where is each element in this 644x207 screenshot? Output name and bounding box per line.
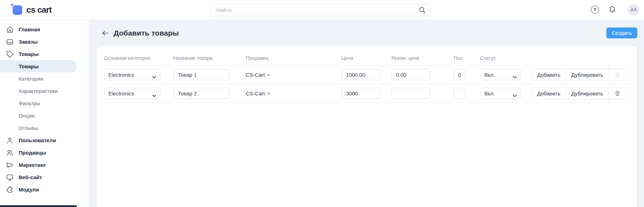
sidebar-item-home[interactable]: Главная: [0, 23, 89, 36]
sidebar-item-products[interactable]: Товары: [0, 48, 89, 60]
vendor-dropdown[interactable]: CS-Cart: [242, 90, 342, 96]
puzzle-icon: [6, 186, 14, 194]
sidebar-item-reviews[interactable]: Отзывы: [0, 122, 89, 134]
add-row-button[interactable]: Добавить: [532, 69, 566, 81]
page-header: Добавить товары Создать: [96, 20, 637, 46]
tag-icon: [6, 50, 14, 58]
col-header-category: Основная категория: [104, 55, 173, 61]
col-header-position: Поз.: [454, 55, 480, 61]
inbox-icon: [6, 38, 14, 46]
notifications-bell-icon[interactable]: [608, 6, 616, 14]
megaphone-icon: [6, 161, 14, 169]
global-search: [210, 4, 431, 16]
divider: [101, 102, 632, 103]
sidebar-item-website[interactable]: Веб-сайт: [0, 171, 89, 183]
chevron-down-icon: [513, 92, 517, 95]
table-row: Electronics CS-Cart Вкл.: [96, 84, 637, 102]
row-actions: Добавить Дублировать: [531, 87, 626, 100]
create-button[interactable]: Создать: [606, 27, 637, 38]
monitor-icon: [6, 174, 14, 181]
status-select[interactable]: Вкл.: [480, 69, 521, 80]
position-input[interactable]: [454, 88, 466, 99]
sidebar-item-vendors[interactable]: Продавцы: [0, 146, 89, 159]
cscart-logo[interactable]: cs cart: [13, 5, 52, 15]
duplicate-row-button[interactable]: Дублировать: [566, 87, 608, 99]
search-icon[interactable]: [419, 6, 426, 14]
users-icon: [6, 149, 14, 157]
chevron-down-icon: [152, 74, 156, 76]
help-icon[interactable]: ?: [591, 6, 599, 14]
caret-down-icon: [267, 74, 270, 76]
sidebar-item-filters[interactable]: Фильтры: [0, 97, 89, 109]
row-actions: Добавить Дублировать: [531, 68, 626, 81]
trash-icon: [614, 90, 620, 96]
logo-text: cs cart: [26, 5, 52, 15]
delete-row-button[interactable]: [608, 69, 626, 81]
user-avatar[interactable]: AA: [628, 4, 639, 15]
col-header-list-price: Реком. цена: [391, 55, 454, 61]
table-row: Electronics CS-Cart Вкл.: [96, 65, 637, 84]
list-price-input[interactable]: [391, 88, 430, 99]
price-input[interactable]: [342, 69, 381, 80]
product-name-input[interactable]: [173, 88, 230, 99]
sidebar-item-features[interactable]: Характеристики: [0, 85, 89, 97]
table-header-row: Основная категория Название товара Прода…: [96, 46, 637, 65]
product-name-input[interactable]: [173, 69, 230, 80]
col-header-status: Статус: [480, 55, 531, 61]
back-arrow-icon[interactable]: [101, 29, 109, 37]
sidebar-item-addons[interactable]: Модули: [0, 183, 89, 196]
main-content: Добавить товары Создать Основная категор…: [89, 20, 644, 207]
sidebar-item-marketing[interactable]: Маркетинг: [0, 159, 89, 171]
search-input[interactable]: [210, 4, 431, 16]
status-select[interactable]: Вкл.: [480, 88, 521, 99]
page-title: Добавить товары: [114, 29, 179, 37]
topbar: cs cart ? AA: [0, 0, 644, 20]
products-table-panel: Основная категория Название товара Прода…: [96, 46, 637, 207]
col-header-price: Цена: [342, 55, 391, 61]
chevron-down-icon: [152, 92, 156, 95]
category-select[interactable]: Electronics: [104, 69, 160, 80]
sidebar-item-categories[interactable]: Категории: [0, 73, 89, 85]
duplicate-row-button[interactable]: Дублировать: [566, 69, 608, 81]
trash-icon: [614, 71, 620, 78]
sidebar-item-options[interactable]: Опции: [0, 109, 89, 122]
col-header-vendor: Продавец: [242, 55, 342, 61]
delete-row-button[interactable]: [608, 87, 626, 99]
category-select[interactable]: Electronics: [104, 88, 160, 99]
price-input[interactable]: [342, 88, 381, 99]
position-input[interactable]: [454, 69, 466, 80]
home-icon: [6, 26, 14, 33]
user-icon: [6, 137, 14, 144]
logo-icon: [13, 5, 22, 15]
sidebar-item-orders[interactable]: Заказы: [0, 36, 89, 48]
list-price-input[interactable]: [391, 69, 430, 80]
sidebar-bottom-bar: [0, 205, 77, 207]
sidebar: Главная Заказы Товары Товары Категории: [0, 20, 89, 207]
vendor-dropdown[interactable]: CS-Cart: [242, 72, 342, 78]
chevron-down-icon: [513, 74, 517, 76]
sidebar-item-users[interactable]: Пользователи: [0, 134, 89, 146]
logo-dot: [11, 4, 13, 6]
sidebar-item-products-products[interactable]: Товары: [0, 60, 77, 73]
add-row-button[interactable]: Добавить: [532, 87, 566, 99]
caret-down-icon: [267, 93, 270, 95]
col-header-name: Название товара: [173, 55, 242, 61]
